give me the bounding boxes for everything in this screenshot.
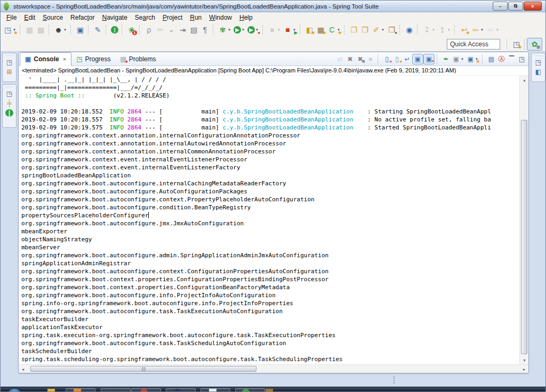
menu-run[interactable]: Run [186,13,205,22]
taskbar-app-icon[interactable] [74,389,81,391]
open-perspective-button[interactable]: ◳★ [511,38,522,50]
display-console-button[interactable]: ▣▾ [451,54,465,64]
tab-close-icon[interactable]: × [63,56,66,62]
menu-project[interactable]: Project [159,13,186,22]
restore-view-icon[interactable]: ◳ [4,89,14,99]
taskbar-app-button[interactable] [101,388,131,391]
back-button[interactable]: ⇦▾ [470,24,485,36]
forward-button: ⇨▾ [485,24,501,36]
import-folder-button[interactable]: ❒● [386,24,397,36]
menu-refactor[interactable]: Refactor [67,13,98,22]
menu-file[interactable]: File [3,13,20,22]
marker-pen-button-dropdown[interactable]: ▾ [381,28,385,32]
forward-button-dropdown[interactable]: ▾ [495,28,500,32]
maximize-button[interactable]: ⧉ [508,2,523,11]
menu-window[interactable]: Window [205,13,236,22]
open-resource-button[interactable]: ❒ [348,24,359,36]
close-button[interactable]: × [524,2,542,11]
spring-notifications-button[interactable]: ❀1 [126,24,137,36]
drag-handle[interactable]: ···· [5,54,14,58]
scroll-left-arrow[interactable]: ◄ [19,365,27,373]
coverage-button[interactable]: ■▶▾ [282,24,298,36]
open-folder-button[interactable]: ❒ [359,24,371,36]
mark-occurrences-button[interactable]: ⇥ [177,24,188,36]
windows-taskbar[interactable] [1,387,545,391]
user-account-button-dropdown[interactable]: ▾ [63,28,67,32]
next-annotation-button-dropdown[interactable]: ▾ [431,28,436,32]
show-stdout-button[interactable]: ▣ [412,54,423,64]
drag-handle[interactable]: ···· [5,85,14,89]
show-views-grid-button[interactable]: ▤ [188,24,199,36]
taskbar-app-icon[interactable] [47,389,55,391]
console-page-button[interactable]: ▤ [486,54,496,64]
run-button-dropdown[interactable]: ▾ [241,28,245,32]
marker-pen-button[interactable]: ✐▾ [371,24,386,36]
previous-annotation-button-dropdown[interactable]: ▾ [447,28,451,32]
spring-boot-view-icon[interactable]: | [4,108,14,118]
restore-view-icon[interactable]: ◳ [4,58,14,67]
run-profile-button[interactable]: ▶●▾ [246,24,260,36]
stop-button-dropdown[interactable]: ▾ [277,28,281,32]
menu-edit[interactable]: Edit [20,13,39,22]
console-output[interactable]: ' |____| .__|_| |_|_| |_\__, | / / / / =… [19,76,519,364]
minimize-view-button[interactable]: ▔ [507,54,517,64]
menu-help[interactable]: Help [236,13,256,22]
tab-console[interactable]: ▣Console× [20,52,71,66]
user-account-button[interactable]: ☻▾ [53,24,68,36]
vertical-scrollbar[interactable]: ▲ ▼ [519,76,528,364]
windows-start-button[interactable] [7,388,22,391]
scroll-right-arrow[interactable]: ► [520,365,528,373]
scroll-down-arrow[interactable]: ▼ [520,356,529,364]
spring-boot-start-button[interactable]: | [110,24,119,36]
new-source-button[interactable]: ◧★ [304,24,315,36]
new-class-button[interactable]: C★▾ [326,24,342,36]
display-console-button-dropdown[interactable]: ▾ [460,57,464,61]
spring-perspective-button[interactable]: ✿⊞ [529,38,540,50]
debug-button-dropdown[interactable]: ▾ [227,28,231,32]
boot-dashboard-icon[interactable]: ╪ [4,99,14,108]
drag-handle[interactable]: ···· [534,54,543,58]
spring-perspective-button[interactable]: ✿⊞ [527,38,542,51]
tab-problems[interactable]: ▤●Problems [116,52,161,66]
restore-view-icon[interactable]: ◳ [533,58,543,67]
minimize-button[interactable]: – [493,2,508,11]
remove-launch-button[interactable]: ✖ [345,54,355,64]
quick-access-input[interactable] [447,39,500,50]
last-edit-location-button[interactable]: ↩★ [459,24,470,36]
debug-button[interactable]: ✾▾ [217,24,232,36]
menu-navigate[interactable]: Navigate [98,13,131,22]
horizontal-scroll-thumb[interactable] [30,366,256,372]
back-button-dropdown[interactable]: ▾ [480,28,484,32]
show-whitespace-button[interactable]: ¶ [199,24,211,36]
vertical-scroll-thumb[interactable] [521,120,527,354]
taskbar-app-icon[interactable] [266,389,273,391]
status-bar-drag-handle[interactable] [394,376,395,385]
tab-progress[interactable]: ◳Progress [71,52,115,66]
hierarchy-view-icon[interactable]: ⊞ [4,67,14,77]
connector-plug-button[interactable]: ρ [143,24,155,36]
taskbar-app-button[interactable] [166,388,196,391]
editor-area-icon[interactable]: ◧ [533,67,543,77]
run-button[interactable]: ▶▾ [232,24,246,36]
letter-a-badge-button[interactable]: Ⓐ [496,54,507,64]
web-browser-button[interactable]: ◉ [404,24,415,36]
show-stderr-button[interactable]: ▣× [423,54,435,64]
inspector-needle-button[interactable]: ✎ [92,24,103,36]
tab-console-label: Console [34,55,59,63]
horizontal-scrollbar[interactable]: ◄ ► [19,364,528,373]
scroll-up-arrow[interactable]: ▲ [520,76,529,84]
new-package-button[interactable]: ▦★ [315,24,326,36]
pin-console-button[interactable]: ✒ [441,54,451,64]
scroll-lock-button[interactable]: ▯● [392,54,402,64]
remove-all-terminated-button[interactable]: ✖✖ [355,54,365,64]
clear-console-button[interactable]: ▯× [382,54,392,64]
taskbar-app-button[interactable] [235,388,265,391]
menu-source[interactable]: Source [39,13,67,22]
word-wrap-button[interactable]: ↵ [402,54,412,64]
open-remote-console-button[interactable]: ▣ [75,24,86,36]
menu-search[interactable]: Search [131,13,159,22]
taskbar-app-icon[interactable] [209,389,216,391]
new-wizard-button[interactable]: ◳★▾ [2,24,18,36]
open-console-button[interactable]: ▣★▾ [465,54,480,64]
restore-view-button[interactable]: ◳ [517,54,527,64]
